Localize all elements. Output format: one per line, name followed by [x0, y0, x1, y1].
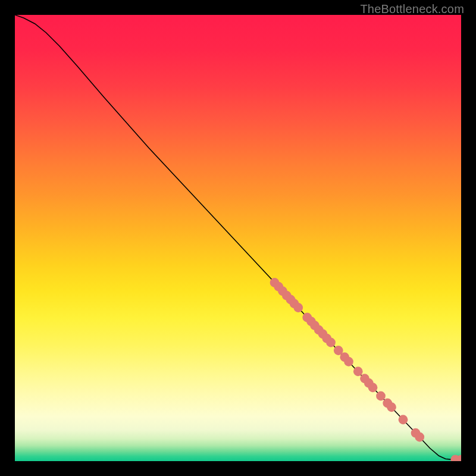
data-dot — [326, 338, 336, 347]
data-dot — [415, 433, 424, 442]
chart-plot-area — [15, 15, 461, 461]
data-dot — [376, 392, 386, 401]
data-dot — [293, 303, 303, 312]
watermark-text: TheBottleneck.com — [360, 2, 464, 16]
chart-svg — [15, 15, 461, 461]
chart-frame: TheBottleneck.com — [0, 0, 476, 476]
data-dot — [353, 367, 363, 376]
data-dot — [368, 383, 378, 392]
gradient-background — [15, 15, 461, 461]
data-dot — [387, 402, 396, 412]
data-dot — [399, 415, 408, 424]
data-dot — [344, 357, 353, 367]
